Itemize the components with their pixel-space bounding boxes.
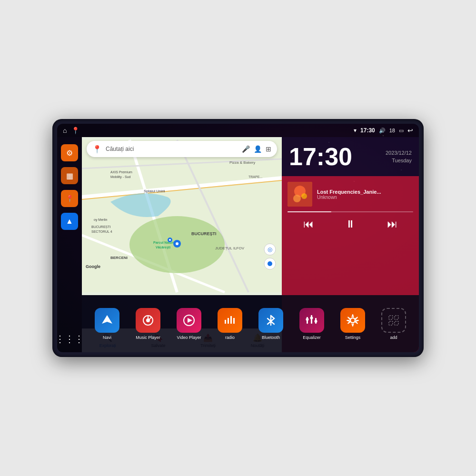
pause-button[interactable]: ⏸ (345, 218, 356, 230)
add-label: add (390, 335, 397, 340)
app-equalizer[interactable]: Equalizer (295, 308, 328, 340)
svg-rect-41 (228, 318, 229, 324)
svg-rect-43 (233, 318, 235, 324)
map-search-text: Căutați aici (106, 146, 238, 152)
layers-icon[interactable]: ⊞ (266, 145, 271, 153)
next-button[interactable]: ⏭ (387, 218, 397, 230)
radio-icon (218, 308, 242, 333)
status-bar-right: ▾ 17:30 🔊 18 ▭ ↩ (354, 127, 413, 134)
equalizer-icon (299, 308, 324, 333)
svg-point-23 (169, 239, 171, 241)
battery-icon: ▭ (399, 128, 404, 134)
music-title: Lost Frequencies_Janie... (317, 189, 413, 195)
radio-label: radio (225, 335, 235, 340)
map-container[interactable]: 📍 Căutați aici 🎤 👤 ⊞ (82, 137, 282, 295)
svg-point-32 (301, 193, 307, 199)
map-icon[interactable]: 📍 (71, 127, 79, 134)
svg-text:oy Merlin: oy Merlin (94, 218, 108, 222)
svg-text:◎: ◎ (268, 246, 272, 253)
status-bar: ⌂ 📍 ▾ 17:30 🔊 18 ▭ ↩ (57, 124, 419, 137)
settings-app-label: Settings (345, 335, 361, 340)
sidebar-nav-button[interactable]: ▲ (61, 213, 78, 230)
date-value: 2023/12/12 (386, 149, 412, 157)
map-search-bar[interactable]: 📍 Căutați aici 🎤 👤 ⊞ (87, 141, 277, 157)
svg-text:Mobility - Sud: Mobility - Sud (110, 175, 131, 179)
bluetooth-label: Bluetooth (262, 335, 280, 340)
clock-time: 17:30 (289, 144, 352, 169)
svg-text:SECTORUL 4: SECTORUL 4 (91, 230, 112, 233)
add-icon (381, 308, 406, 333)
status-bar-left: ⌂ 📍 (63, 127, 79, 134)
clock-date: 2023/12/12 Tuesday (386, 149, 412, 165)
svg-text:TRAPE...: TRAPE... (248, 175, 262, 178)
status-time: 17:30 (360, 127, 375, 134)
svg-rect-52 (389, 316, 393, 319)
svg-rect-40 (225, 320, 226, 324)
navi-label: Navi (103, 335, 111, 340)
wifi-icon: ▾ (354, 127, 357, 134)
left-sidebar: ⚙ ▦ 📍 ▲ ⋮⋮⋮ (57, 137, 82, 352)
map-svg: BUCUREȘTI JUDEȚUL ILFOV BERCENI BUCUREȘT… (82, 137, 282, 295)
svg-point-51 (350, 318, 355, 323)
battery-level: 18 (389, 128, 395, 133)
app-navi[interactable]: Navi (90, 308, 124, 340)
sidebar-grid-button[interactable]: ⋮⋮⋮ (61, 330, 78, 347)
sidebar-map-button[interactable]: 📍 (61, 190, 78, 207)
prev-button[interactable]: ⏮ (303, 218, 314, 230)
music-text: Lost Frequencies_Janie... Unknown (317, 189, 413, 200)
svg-text:Parcul Natural: Parcul Natural (153, 241, 176, 244)
svg-marker-33 (102, 315, 112, 324)
sidebar-settings-button[interactable]: ⚙ (61, 144, 78, 161)
app-grid: Navi Music Player (82, 295, 419, 352)
music-player-icon (136, 308, 160, 333)
svg-text:JUDEȚUL ILFOV: JUDEȚUL ILFOV (215, 246, 245, 250)
home-icon[interactable]: ⌂ (63, 127, 67, 134)
clock-section: 17:30 2023/12/12 Tuesday (282, 137, 419, 176)
google-pin-icon: 📍 (92, 145, 102, 154)
music-progress-fill (288, 211, 331, 212)
svg-point-50 (315, 320, 317, 323)
svg-point-46 (306, 318, 309, 321)
microphone-icon[interactable]: 🎤 (242, 145, 250, 153)
equalizer-label: Equalizer (303, 335, 321, 340)
video-player-icon (177, 308, 201, 333)
music-progress-bar[interactable] (288, 211, 413, 212)
svg-point-21 (176, 242, 178, 245)
folder-icon: ▦ (66, 171, 73, 180)
svg-text:AXIS Premium: AXIS Premium (110, 170, 132, 174)
music-info: Lost Frequencies_Janie... Unknown (288, 182, 413, 207)
account-icon[interactable]: 👤 (254, 145, 262, 153)
settings-icon: ⚙ (66, 149, 73, 158)
back-icon[interactable]: ↩ (407, 127, 413, 134)
music-controls: ⏮ ⏸ ⏭ (288, 218, 413, 230)
bluetooth-icon (258, 308, 283, 333)
nav-arrow-icon: ▲ (66, 217, 73, 226)
video-player-label: Video Player (177, 335, 201, 340)
svg-marker-39 (188, 318, 192, 323)
map-search-icons: 🎤 👤 ⊞ (242, 145, 271, 153)
svg-text:BUCUREȘTI: BUCUREȘTI (191, 231, 217, 236)
map-pin-icon: 📍 (66, 195, 74, 202)
app-music-player[interactable]: Music Player (131, 308, 165, 340)
svg-rect-55 (395, 321, 398, 325)
svg-rect-53 (395, 316, 398, 319)
app-settings[interactable]: Settings (336, 308, 369, 340)
svg-point-48 (310, 317, 313, 319)
music-artist: Unknown (317, 195, 413, 200)
grid-icon: ⋮⋮⋮ (57, 333, 84, 345)
svg-text:BUCUREȘTI: BUCUREȘTI (91, 225, 111, 229)
app-add[interactable]: add (377, 308, 410, 340)
sidebar-folder-button[interactable]: ▦ (61, 167, 78, 184)
device-screen: ⌂ 📍 ▾ 17:30 🔊 18 ▭ ↩ ⚙ ▦ 📍 (57, 124, 419, 352)
day-value: Tuesday (386, 157, 412, 165)
music-player-label: Music Player (136, 335, 160, 340)
album-art (288, 182, 312, 207)
svg-line-37 (149, 317, 151, 319)
app-radio[interactable]: radio (213, 308, 247, 340)
svg-point-25 (268, 261, 272, 266)
app-video-player[interactable]: Video Player (172, 308, 206, 340)
svg-point-31 (293, 195, 301, 202)
settings-app-icon (340, 308, 365, 333)
svg-text:Splaiul Unirii: Splaiul Unirii (144, 189, 165, 193)
app-bluetooth[interactable]: Bluetooth (254, 308, 288, 340)
